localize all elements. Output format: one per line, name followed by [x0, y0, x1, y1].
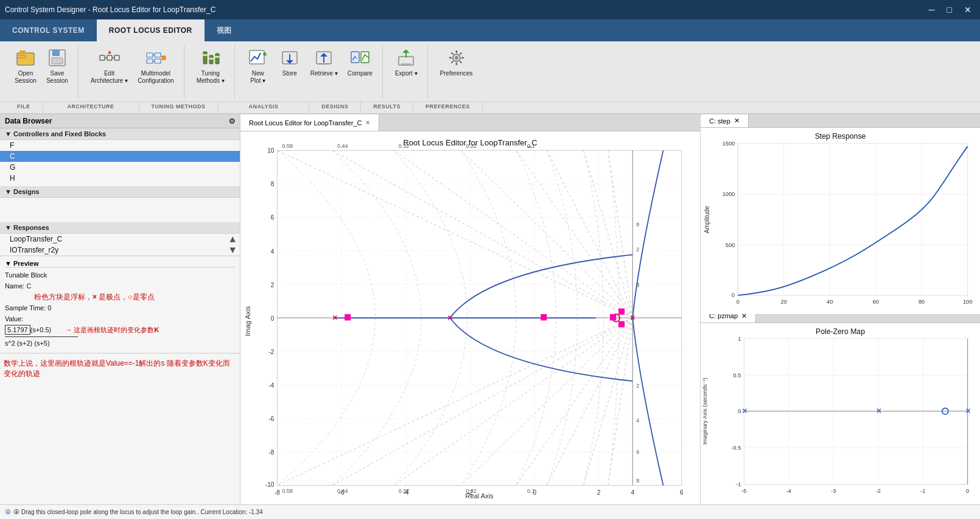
- sidebar-item-F[interactable]: F: [0, 140, 240, 151]
- save-session-label: SaveSession: [46, 70, 68, 85]
- tab-control-system[interactable]: CONTROL SYSTEM: [0, 19, 97, 41]
- svg-rect-22: [203, 54, 208, 56]
- pole-mark-3: ×: [332, 312, 337, 322]
- sidebar-item-looptransfer[interactable]: LoopTransfer_C: [0, 234, 228, 245]
- main-tab-bar: CONTROL SYSTEM ROOT LOCUS EDITOR 视图: [0, 19, 980, 41]
- svg-text:×: ×: [877, 405, 881, 415]
- store-button[interactable]: Store: [274, 44, 306, 80]
- marker-5: [541, 314, 547, 320]
- tab-root-locus-editor-plot[interactable]: Root Locus Editor for LoopTransfer_C ✕: [240, 114, 379, 131]
- sidebar-item-H[interactable]: H: [0, 173, 240, 184]
- data-browser-title: Data Browser: [5, 117, 52, 125]
- svg-text:60: 60: [873, 299, 879, 305]
- data-browser: Data Browser ⊙ ▼ Controllers and Fixed B…: [0, 114, 240, 504]
- right-panel: C: step ✕ Step Response Amplitude: [700, 114, 980, 504]
- svg-point-42: [455, 56, 458, 60]
- svg-text:4: 4: [271, 248, 275, 254]
- svg-text:6: 6: [271, 214, 275, 221]
- svg-text:6: 6: [636, 281, 639, 287]
- close-btn[interactable]: ✕: [961, 4, 975, 16]
- window-controls: ─ □ ✕: [925, 4, 975, 16]
- svg-line-49: [460, 52, 461, 54]
- math-annotation: 数学上说，这里画的根轨迹就是Value==-1解出的s 随着变参数K变化而变化的…: [4, 359, 230, 378]
- svg-rect-2: [19, 51, 26, 54]
- title-bar: Control System Designer - Root Locus Edi…: [0, 0, 980, 19]
- data-browser-expand-icon[interactable]: ⊙: [229, 117, 235, 125]
- svg-text:-2: -2: [876, 488, 881, 494]
- export-button[interactable]: Export ▾: [390, 44, 422, 80]
- looptransfer-scroll-up[interactable]: ▲: [228, 234, 240, 245]
- svg-text:500: 500: [726, 242, 735, 248]
- svg-text:8: 8: [271, 181, 275, 187]
- pzmap-panel: C: pzmap ✕ Pole-Zero Map Imaginary Axis …: [701, 310, 980, 505]
- tab-step[interactable]: C: step ✕: [701, 114, 749, 127]
- responses-section-title[interactable]: ▼ Responses: [0, 222, 240, 234]
- marker-2: [610, 314, 616, 320]
- architecture-group: EditArchitecture ▾ MultimodelConfigurati…: [81, 44, 184, 99]
- tuning-methods-button[interactable]: TuningMethods ▾: [192, 44, 229, 87]
- pzmap-plot: Pole-Zero Map Imaginary Axis (seconds⁻¹): [701, 323, 980, 509]
- results-group: Export ▾: [385, 44, 428, 99]
- svg-text:Pole-Zero Map: Pole-Zero Map: [816, 327, 865, 336]
- annotation-pink: 粉色方块是浮标，× 是极点，○是零点: [5, 293, 155, 301]
- edit-architecture-button[interactable]: EditArchitecture ▾: [86, 44, 133, 87]
- designs-section-title[interactable]: ▼ Designs: [0, 186, 240, 198]
- retrieve-button[interactable]: Retrieve ▾: [306, 44, 343, 80]
- svg-marker-11: [108, 51, 111, 54]
- sidebar-item-G[interactable]: G: [0, 162, 240, 173]
- svg-text:0: 0: [732, 292, 735, 298]
- editor-tab-bar: Root Locus Editor for LoopTransfer_C ✕: [240, 114, 700, 131]
- fraction-line: [5, 336, 78, 337]
- svg-text:×: ×: [966, 405, 971, 415]
- iotransfer-scroll-down[interactable]: ▼: [228, 245, 240, 256]
- controllers-section-title[interactable]: ▼ Controllers and Fixed Blocks: [0, 128, 240, 140]
- section-analysis: ANALYSIS: [219, 102, 310, 113]
- status-text: ⦿ Drag this closed-loop pole along the l…: [13, 509, 263, 515]
- minimize-btn[interactable]: ─: [925, 4, 939, 16]
- compare-button[interactable]: Compare: [343, 44, 377, 80]
- svg-text:0.44: 0.44: [337, 488, 348, 494]
- step-tab-label: C: step: [709, 117, 730, 125]
- svg-text:-5: -5: [741, 488, 746, 494]
- svg-text:Imaginary Axis (seconds⁻¹): Imaginary Axis (seconds⁻¹): [702, 377, 708, 445]
- sidebar-item-C[interactable]: C: [0, 151, 240, 162]
- svg-text:40: 40: [827, 299, 833, 305]
- preferences-group: Preferences: [430, 44, 483, 99]
- svg-text:0: 0: [737, 299, 740, 305]
- open-session-icon: [15, 47, 37, 69]
- svg-text:0.58: 0.58: [282, 143, 293, 149]
- svg-rect-5: [52, 58, 63, 64]
- step-tab-close[interactable]: ✕: [734, 117, 740, 125]
- preferences-label: Preferences: [440, 70, 473, 77]
- svg-rect-21: [215, 54, 219, 64]
- svg-text:0.32: 0.32: [399, 143, 410, 149]
- preferences-icon: [446, 47, 467, 69]
- new-plot-button[interactable]: NewPlot ▾: [242, 44, 274, 87]
- tab-root-locus-editor[interactable]: ROOT LOCUS EDITOR: [97, 19, 205, 41]
- save-session-icon: [46, 47, 68, 69]
- svg-text:4: 4: [636, 417, 639, 423]
- svg-text:-2: -2: [268, 349, 274, 355]
- multimodel-config-button[interactable]: MultimodelConfiguration: [133, 44, 178, 87]
- sidebar-item-iotransfer[interactable]: IOTransfer_r2y: [0, 245, 228, 256]
- open-session-button[interactable]: OpenSession: [10, 44, 41, 87]
- svg-text:0.22: 0.22: [466, 488, 477, 494]
- data-browser-header: Data Browser ⊙: [0, 114, 240, 128]
- svg-text:1500: 1500: [723, 141, 735, 147]
- status-bar: ⦿ ⦿ Drag this closed-loop pole along the…: [0, 504, 980, 519]
- tab-view[interactable]: 视图: [205, 19, 244, 41]
- preferences-button[interactable]: Preferences: [435, 44, 478, 80]
- svg-text:0: 0: [738, 408, 741, 414]
- edit-architecture-label: EditArchitecture ▾: [91, 70, 128, 85]
- new-plot-label: NewPlot ▾: [250, 70, 265, 85]
- store-icon: [279, 47, 301, 69]
- save-session-button[interactable]: SaveSession: [41, 44, 73, 87]
- maximize-btn[interactable]: □: [943, 4, 956, 16]
- gain-value: 5.1797: [5, 325, 30, 335]
- tab-root-locus-close[interactable]: ✕: [365, 119, 370, 126]
- file-group: OpenSession SaveSession: [5, 44, 79, 99]
- section-designs: DESIGNS: [309, 102, 361, 113]
- step-response-plot: Step Response Amplitude: [701, 128, 980, 314]
- svg-text:4: 4: [631, 489, 634, 496]
- svg-line-50: [451, 61, 453, 63]
